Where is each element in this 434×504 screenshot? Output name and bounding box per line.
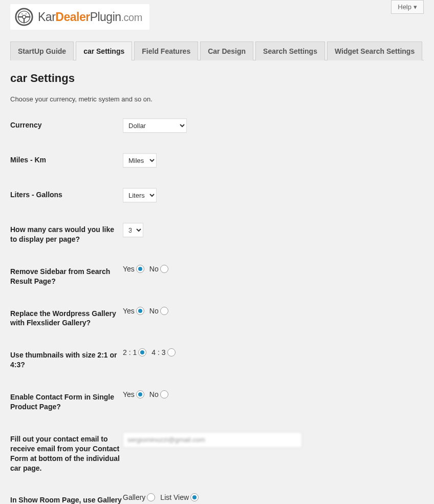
logo-text-kar: Kar xyxy=(38,10,55,24)
contact-form-no-option[interactable]: No xyxy=(149,390,171,398)
currency-label: Currency xyxy=(10,118,123,130)
page-description: Choose your currency, metric system and … xyxy=(10,95,424,103)
chevron-down-icon: ▾ xyxy=(414,3,417,11)
contact-form-yes-option[interactable]: Yes xyxy=(123,390,147,398)
tab-car-settings[interactable]: car Settings xyxy=(76,41,132,60)
showroom-label: In Show Room Page, use Gallery or List V… xyxy=(10,493,123,504)
thumbnails-21-option[interactable]: 2 : 1 xyxy=(123,348,149,356)
distance-label: Miles - Km xyxy=(10,153,123,165)
tab-widget-search-settings[interactable]: Widget Search Settings xyxy=(327,41,422,60)
flexslider-label: Replace the Wordpress Gallery with Flexs… xyxy=(10,307,123,328)
tab-startup-guide[interactable]: StartUp Guide xyxy=(10,41,74,60)
flexslider-no-option[interactable]: No xyxy=(149,307,171,315)
volume-label: Liters - Gallons xyxy=(10,188,123,200)
contact-form-label: Enable Contact Form in Single Product Pa… xyxy=(10,390,123,412)
thumbnails-43-option[interactable]: 4 : 3 xyxy=(151,348,178,356)
svg-point-3 xyxy=(21,13,23,14)
page-title: car Settings xyxy=(10,72,424,85)
showroom-listview-option[interactable]: List View xyxy=(160,493,202,501)
logo: KarDealerPlugin.com xyxy=(10,4,149,30)
remove-sidebar-yes-radio[interactable] xyxy=(136,265,144,273)
remove-sidebar-no-radio[interactable] xyxy=(160,265,168,273)
thumbnails-21-radio[interactable] xyxy=(138,348,146,356)
showroom-gallery-radio[interactable] xyxy=(147,493,155,501)
help-label: Help xyxy=(398,3,411,11)
tab-field-features[interactable]: Field Features xyxy=(134,41,198,60)
contact-form-yes-radio[interactable] xyxy=(136,390,144,398)
per-page-select[interactable]: 3 xyxy=(123,223,143,237)
steering-wheel-icon xyxy=(14,7,34,27)
remove-sidebar-yes-option[interactable]: Yes xyxy=(123,265,147,273)
thumbnails-label: Use thumbnails with size 2:1 or 4:3? xyxy=(10,348,123,370)
contact-form-no-radio[interactable] xyxy=(160,390,168,398)
showroom-gallery-option[interactable]: Gallery xyxy=(123,493,158,501)
logo-text-com: .com xyxy=(121,12,142,23)
flexslider-yes-radio[interactable] xyxy=(136,307,144,315)
showroom-listview-radio[interactable] xyxy=(190,493,199,501)
logo-text-plugin: Plugin xyxy=(90,10,121,24)
thumbnails-43-radio[interactable] xyxy=(167,348,176,356)
flexslider-yes-option[interactable]: Yes xyxy=(123,307,147,315)
volume-select[interactable]: Liters xyxy=(123,188,157,202)
svg-point-4 xyxy=(26,13,27,14)
nav-tabs: StartUp Guide car Settings Field Feature… xyxy=(10,41,424,60)
logo-text-dealer: Dealer xyxy=(55,10,90,24)
currency-select[interactable]: Dollar xyxy=(123,118,187,133)
remove-sidebar-no-option[interactable]: No xyxy=(149,265,171,273)
distance-select[interactable]: Miles xyxy=(123,153,157,167)
contact-email-input[interactable] xyxy=(123,432,302,448)
tab-car-design[interactable]: Car Design xyxy=(200,41,253,60)
contact-email-label: Fill out your contact email to receive e… xyxy=(10,432,123,473)
tab-search-settings[interactable]: Search Settings xyxy=(255,41,325,60)
flexslider-no-radio[interactable] xyxy=(160,307,168,315)
per-page-label: How many cars would you like to display … xyxy=(10,223,123,244)
remove-sidebar-label: Remove Sidebar from Search Result Page? xyxy=(10,265,123,286)
help-button[interactable]: Help ▾ xyxy=(391,0,424,14)
